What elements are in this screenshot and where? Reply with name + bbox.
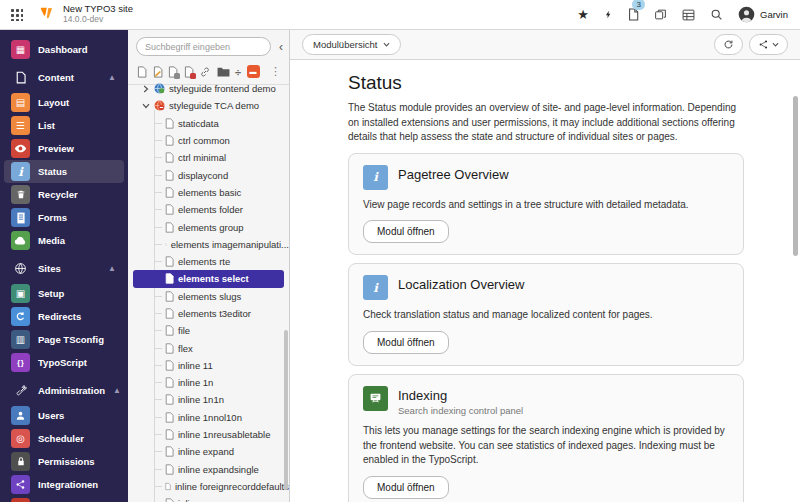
- tree-item[interactable]: ctrl common: [128, 132, 289, 149]
- search-icon[interactable]: [710, 8, 723, 21]
- page-icon: [165, 360, 174, 371]
- page-icon: [165, 446, 174, 457]
- tree-item[interactable]: staticdata: [128, 115, 289, 132]
- module-scheduler[interactable]: ◎ Scheduler: [4, 427, 124, 450]
- page-icon: [165, 187, 174, 198]
- module-dropdown[interactable]: Modulübersicht: [302, 34, 401, 55]
- module-setup[interactable]: ▣ Setup: [4, 282, 124, 305]
- tree-item[interactable]: flex: [128, 339, 289, 356]
- new-mountpoint-page-icon[interactable]: [184, 66, 194, 78]
- module-dashboard[interactable]: ▦ Dashboard: [4, 38, 124, 61]
- tree-item[interactable]: inline 1n: [128, 374, 289, 391]
- log-icon: ☰: [11, 498, 30, 502]
- administration-tools-icon: [11, 381, 30, 400]
- tree-item[interactable]: elements slugs: [128, 288, 289, 305]
- page-tsconfig-icon: ▥: [11, 330, 30, 349]
- module-page-tsconfig[interactable]: ▥ Page TSconfig: [4, 328, 124, 351]
- module-group-sites[interactable]: Sites ▲: [4, 257, 124, 280]
- module-group-administration[interactable]: Administration ▲: [4, 379, 124, 402]
- collapse-tree-icon[interactable]: ‹: [276, 40, 286, 54]
- tree-item[interactable]: displaycond: [128, 166, 289, 183]
- redirects-icon: [11, 307, 30, 326]
- opendocs-icon[interactable]: 3: [628, 8, 639, 21]
- tree-item[interactable]: inline foreignrecorddefaults: [128, 478, 289, 495]
- tree-item-selected[interactable]: elements select: [133, 270, 284, 287]
- module-redirects[interactable]: Redirects: [4, 305, 124, 328]
- tree-item[interactable]: file: [128, 322, 289, 339]
- page-icon: [165, 412, 174, 423]
- module-status[interactable]: i Status: [4, 160, 124, 183]
- tree-more-menu-icon[interactable]: ⋮: [270, 65, 281, 78]
- tree-item[interactable]: inline 1nreusabletable: [128, 426, 289, 443]
- new-page-icon[interactable]: [137, 66, 147, 78]
- tree-item[interactable]: inline 1n1n: [128, 391, 289, 408]
- users-person-icon: [11, 406, 30, 425]
- new-spacer-icon[interactable]: ÷: [235, 66, 241, 78]
- module-typoscript[interactable]: { } TypoScript: [4, 351, 124, 374]
- recycler-trash-icon: [11, 185, 30, 204]
- chevron-down-icon[interactable]: [142, 102, 150, 109]
- card-title: Indexing: [398, 386, 523, 404]
- tree-item[interactable]: ctrl minimal: [128, 149, 289, 166]
- tree-item[interactable]: styleguide TCA demo: [128, 97, 289, 114]
- tree-item[interactable]: inline expandsingle: [128, 461, 289, 478]
- tree-item[interactable]: inline 1nnol10n: [128, 409, 289, 426]
- tree-item[interactable]: elements group: [128, 218, 289, 235]
- system-information-icon[interactable]: [682, 9, 695, 21]
- page-icon: [165, 239, 167, 250]
- modulemenu-toggle-icon[interactable]: [10, 8, 23, 21]
- module-preview[interactable]: Preview: [4, 137, 124, 160]
- module-log[interactable]: ☰ Log: [4, 496, 124, 502]
- indexed-search-icon: [363, 386, 388, 411]
- new-shortcut-page-icon[interactable]: [168, 66, 178, 78]
- page-icon: [165, 325, 174, 336]
- chevron-down-icon: [772, 42, 779, 47]
- scheduler-clock-icon: ◎: [11, 429, 30, 448]
- main-scrollbar[interactable]: [793, 96, 798, 256]
- page-title: Status: [348, 72, 744, 94]
- share-button[interactable]: [749, 34, 788, 55]
- page-icon: [165, 464, 174, 475]
- media-cloud-icon: [11, 231, 30, 250]
- module-recycler[interactable]: Recycler: [4, 183, 124, 206]
- page-icon: [165, 481, 171, 492]
- module-group-content[interactable]: Content ▲: [4, 66, 124, 89]
- page-icon: [165, 308, 174, 319]
- forms-icon: [11, 208, 30, 227]
- open-module-button[interactable]: Modul öffnen: [363, 331, 449, 354]
- module-list[interactable]: ☰ List: [4, 114, 124, 137]
- module-media[interactable]: Media: [4, 229, 124, 252]
- tree-item[interactable]: elements t3editor: [128, 305, 289, 322]
- open-module-button[interactable]: Modul öffnen: [363, 476, 449, 499]
- bookmark-star-icon[interactable]: ★: [577, 7, 589, 22]
- new-recycler-icon[interactable]: ▬: [247, 65, 260, 78]
- new-page-content-icon[interactable]: [153, 66, 163, 78]
- new-folder-icon[interactable]: [217, 66, 230, 77]
- tree-item[interactable]: elements basic: [128, 184, 289, 201]
- clear-cache-bolt-icon[interactable]: [604, 8, 613, 21]
- workspaces-icon[interactable]: [654, 8, 667, 21]
- module-integrations[interactable]: Integrationen: [4, 473, 124, 496]
- module-forms[interactable]: Forms: [4, 206, 124, 229]
- tree-item[interactable]: inline 11: [128, 357, 289, 374]
- tree-search-input[interactable]: [136, 37, 271, 56]
- page-icon: [165, 204, 174, 215]
- new-link-page-icon[interactable]: [199, 66, 211, 78]
- module-permissions[interactable]: Permissions: [4, 450, 124, 473]
- module-users[interactable]: Users: [4, 404, 124, 427]
- tree-item[interactable]: elements rte: [128, 253, 289, 270]
- user-menu[interactable]: Garvin: [738, 6, 788, 23]
- tree-item[interactable]: styleguide frontend demo: [128, 80, 289, 97]
- tree-item[interactable]: elements folder: [128, 201, 289, 218]
- tree-item[interactable]: inline expand: [128, 443, 289, 460]
- site-title-block[interactable]: New TYPO3 site 14.0.0-dev: [63, 4, 133, 25]
- refresh-button[interactable]: [714, 34, 743, 55]
- page-icon: [165, 394, 174, 405]
- chevron-right-icon[interactable]: [142, 85, 150, 93]
- tree-scrollbar[interactable]: [284, 330, 288, 490]
- open-module-button[interactable]: Modul öffnen: [363, 220, 449, 243]
- tree-item[interactable]: inline mm: [128, 495, 289, 502]
- card-indexing: Indexing Search indexing control panel T…: [348, 374, 744, 502]
- tree-item[interactable]: elements imagemanipulati...: [128, 236, 289, 253]
- module-layout[interactable]: ▤ Layout: [4, 91, 124, 114]
